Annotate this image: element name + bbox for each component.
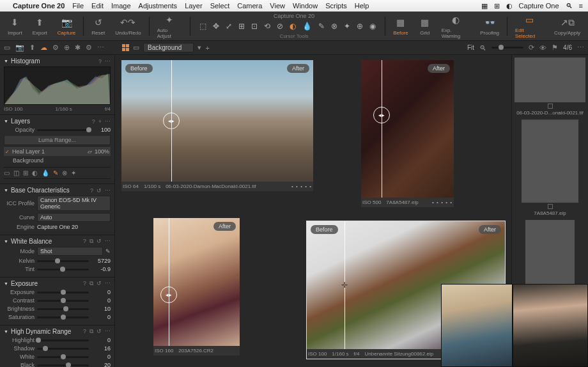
layer-tool-icon[interactable]: ✎: [53, 169, 58, 176]
auto-adjust-button[interactable]: ✦Auto Adjust: [153, 12, 187, 40]
icc-profile-select[interactable]: Canon EOS-5D Mk IV Generic: [37, 196, 111, 211]
thumb-image[interactable]: [525, 220, 575, 284]
white-value[interactable]: 0: [91, 354, 111, 360]
dropdown-caret-icon[interactable]: ▾: [197, 43, 201, 52]
exposure-value[interactable]: 0: [91, 289, 111, 295]
contrast-slider[interactable]: [37, 300, 89, 302]
menubar-icon[interactable]: ≡: [579, 2, 583, 10]
cursor-tool-icon[interactable]: ✥: [213, 22, 219, 31]
browser-thumb[interactable]: 7A8A5487.eip: [514, 120, 585, 216]
layer-tool-icon[interactable]: ⊞: [23, 169, 28, 176]
menu-view[interactable]: View: [270, 2, 285, 10]
zoom-slider[interactable]: [491, 47, 523, 49]
contrast-value[interactable]: 0: [91, 297, 111, 304]
panel-reset-icon[interactable]: ↺: [97, 187, 102, 194]
menu-edit[interactable]: Edit: [91, 2, 104, 10]
grid-view-icon[interactable]: [122, 44, 129, 51]
panel-help-icon[interactable]: ?: [92, 118, 95, 125]
before-after-handle[interactable]: ◂▸: [373, 107, 390, 123]
layer-mask-icon[interactable]: ▱: [88, 148, 92, 155]
layer-tool-icon[interactable]: ▭: [4, 169, 10, 176]
image-preview[interactable]: Before After ◂▸: [121, 60, 313, 182]
panel-menu-icon[interactable]: ⋯: [105, 187, 111, 194]
import-button[interactable]: ⬇Import: [4, 15, 26, 37]
menu-layer[interactable]: Layer: [185, 2, 203, 10]
tab-icon[interactable]: ⚙: [86, 43, 92, 52]
browser-thumb[interactable]: 06-03-2020-D...onald-0021.tif: [514, 58, 585, 116]
before-after-handle[interactable]: ◂▸: [163, 113, 180, 129]
more-icon[interactable]: ⋯: [577, 43, 584, 52]
cursor-tool-icon[interactable]: ⬚: [199, 22, 206, 31]
tab-icon[interactable]: ✱: [75, 43, 81, 52]
spotlight-icon[interactable]: 🔍︎: [566, 2, 573, 10]
tab-icon[interactable]: ☁: [40, 43, 47, 52]
flag-icon[interactable]: ⚑: [552, 43, 558, 52]
list-view-icon[interactable]: ▭: [133, 43, 139, 52]
layer-tool-icon[interactable]: ✦: [71, 169, 76, 176]
menubar-icon[interactable]: ◐: [506, 2, 513, 10]
menubar-icon[interactable]: ⊞: [494, 2, 500, 10]
menu-camera[interactable]: Camera: [237, 2, 262, 10]
saturation-slider[interactable]: [37, 316, 89, 318]
layer-item[interactable]: ✓Heal Layer 1▱100%: [4, 147, 111, 156]
layer-tool-icon[interactable]: ◫: [13, 169, 19, 176]
disclosure-icon[interactable]: ▼: [4, 329, 8, 334]
tint-value[interactable]: -0.9: [91, 266, 111, 272]
wb-mode-select[interactable]: Shot: [37, 247, 103, 256]
highlight-value[interactable]: 0: [91, 337, 111, 343]
eye-icon[interactable]: 👁: [539, 44, 546, 52]
cursor-tool-icon[interactable]: 💧: [302, 22, 312, 31]
brightness-slider[interactable]: [37, 308, 89, 310]
before-after-handle[interactable]: ◂▸: [160, 286, 177, 303]
layer-item[interactable]: Background: [4, 156, 111, 165]
tint-slider[interactable]: [37, 269, 89, 270]
refresh-icon[interactable]: ⟳: [529, 43, 534, 52]
layer-tool-icon[interactable]: 💧: [42, 169, 49, 176]
cursor-tool-icon[interactable]: ⊡: [251, 22, 258, 31]
image-card[interactable]: Before After ◂▸ ISO 641/100 s06-03-2020-…: [121, 60, 313, 191]
disclosure-icon[interactable]: ▼: [4, 188, 8, 192]
add-icon[interactable]: +: [205, 44, 209, 52]
undo-redo-button[interactable]: ↶↷Undo/Redo: [111, 15, 144, 37]
black-slider[interactable]: [37, 364, 89, 366]
tab-icon[interactable]: ⋯: [97, 43, 104, 52]
shadow-slider[interactable]: [37, 348, 89, 350]
image-preview[interactable]: After ◂▸: [361, 60, 454, 198]
image-card[interactable]: After ◂▸ ISO 5007A8A5487.eip• • • • •: [361, 60, 454, 207]
opacity-value[interactable]: 100: [91, 127, 111, 133]
panel-menu-icon[interactable]: ⋯: [105, 58, 111, 65]
highlight-slider[interactable]: [37, 340, 89, 341]
white-slider[interactable]: [37, 356, 89, 358]
tab-icon[interactable]: 📷: [15, 43, 24, 52]
saturation-value[interactable]: 0: [91, 314, 111, 320]
opacity-slider[interactable]: [37, 129, 89, 131]
tab-icon[interactable]: ▭: [4, 43, 10, 52]
thumb-image[interactable]: [514, 58, 585, 102]
edit-selected-button[interactable]: ▭Edit Selected: [511, 12, 548, 40]
disclosure-icon[interactable]: ▼: [4, 239, 8, 244]
disclosure-icon[interactable]: ▼: [4, 59, 8, 63]
kelvin-slider[interactable]: [37, 260, 89, 262]
shadow-value[interactable]: 16: [91, 345, 111, 352]
zoom-fit-label[interactable]: Fit: [467, 44, 474, 51]
menu-image[interactable]: Image: [111, 2, 131, 10]
thumb-checkbox[interactable]: [548, 204, 553, 209]
export-button[interactable]: ⬆Export: [29, 15, 51, 37]
proofing-button[interactable]: 👓Proofing: [476, 15, 503, 37]
menu-help[interactable]: Help: [355, 2, 369, 10]
rating-dots[interactable]: • • • • •: [291, 184, 312, 189]
layer-tool-icon[interactable]: ⊗: [62, 169, 67, 176]
cursor-tool-icon[interactable]: ⊕: [357, 22, 363, 31]
copy-apply-button[interactable]: ↗⧉Copy/Apply: [550, 15, 584, 37]
black-value[interactable]: 20: [91, 362, 111, 367]
tab-icon[interactable]: ⊕: [64, 43, 70, 52]
panel-help-icon[interactable]: ?: [98, 58, 102, 65]
curve-select[interactable]: Auto: [37, 213, 111, 222]
thumb-image[interactable]: [522, 120, 578, 203]
app-menu[interactable]: Capture One 20: [13, 2, 65, 10]
cursor-tool-icon[interactable]: ◐: [290, 22, 296, 31]
grid-button[interactable]: ▦Grid: [415, 15, 435, 37]
cursor-tool-icon[interactable]: ⊞: [238, 22, 245, 31]
reset-button[interactable]: ↺Reset: [88, 15, 109, 37]
layer-dropdown[interactable]: Background: [143, 43, 194, 52]
